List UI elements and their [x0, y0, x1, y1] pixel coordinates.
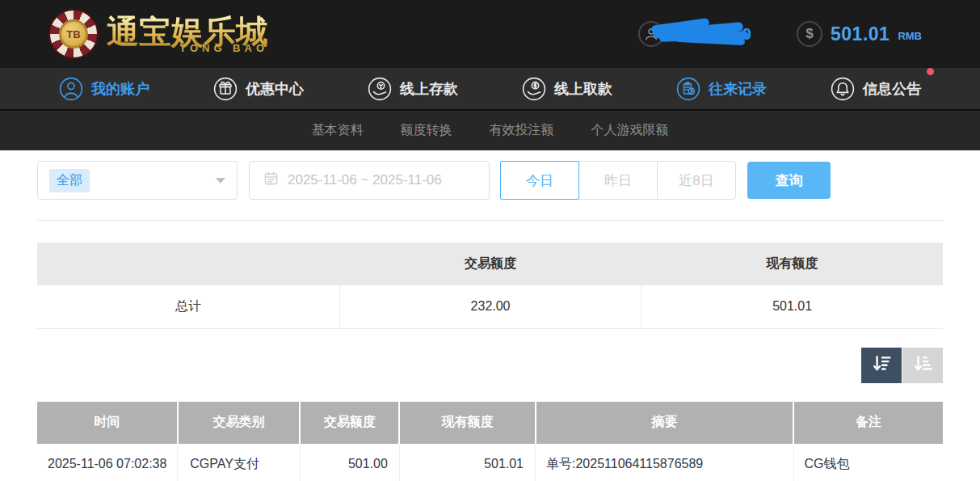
account-summary-area: 0 $ 501.01 RMB	[638, 21, 922, 47]
divider	[37, 220, 943, 221]
records-col-remark: 备注	[793, 402, 943, 444]
filter-bar: 全部 2025-11-06 ~ 2025-11-06 今日 昨日 近8日 查询	[37, 161, 943, 200]
summary-total-balance: 501.01	[641, 285, 943, 328]
nav-item-withdraw[interactable]: 线上取款	[522, 77, 612, 101]
account-subnav: 基本资料 额度转换 有效投注额 个人游戏限额	[0, 111, 980, 150]
subnav-item-basic-info[interactable]: 基本资料	[312, 122, 364, 139]
quick-range-today[interactable]: 今日	[500, 161, 579, 200]
summary-total-label: 总计	[37, 285, 339, 328]
subnav-item-valid-bets[interactable]: 有效投注额	[490, 122, 554, 139]
gift-icon	[213, 77, 238, 101]
site-logo[interactable]: TB 通宝娱乐城 TONG BAO	[48, 9, 268, 59]
username-display[interactable]: 0	[638, 21, 751, 47]
sort-descending-button[interactable]	[861, 348, 902, 383]
summary-header-row: 交易额度 现有额度	[37, 243, 943, 285]
bell-icon	[831, 77, 855, 101]
nav-item-transaction-records[interactable]: 往来记录	[676, 77, 767, 101]
subnav-item-game-limits[interactable]: 个人游戏限额	[591, 122, 669, 139]
records-table: 时间 交易类别 交易额度 现有额度 摘要 备注 2025-11-06 07:02…	[37, 402, 943, 481]
subnav-item-credit-transfer[interactable]: 额度转换	[401, 122, 452, 139]
transaction-type-select[interactable]: 全部	[37, 161, 238, 200]
date-range-value: 2025-11-06 ~ 2025-11-06	[288, 172, 442, 188]
records-col-time: 时间	[37, 402, 178, 444]
records-col-type: 交易类别	[178, 402, 300, 444]
summary-total-row: 总计 232.00 501.01	[37, 285, 943, 328]
deposit-icon	[368, 77, 392, 101]
selected-type-tag: 全部	[49, 169, 90, 192]
notification-dot	[927, 68, 934, 75]
records-icon	[676, 77, 700, 101]
sort-controls	[37, 348, 943, 383]
chevron-down-icon	[216, 178, 225, 184]
nav-item-promotions[interactable]: 优惠中心	[213, 77, 304, 101]
records-col-amount: 交易额度	[300, 402, 399, 444]
records-col-summary: 摘要	[536, 402, 793, 444]
record-balance: 501.01	[399, 444, 535, 481]
sort-descending-icon	[871, 353, 892, 377]
site-subtitle: TONG BAO	[107, 43, 268, 53]
records-header-row: 时间 交易类别 交易额度 现有额度 摘要 备注	[37, 402, 943, 444]
user-icon	[59, 77, 83, 101]
balance-amount: 501.01	[831, 23, 890, 45]
main-navigation: 我的账户 优惠中心 线上存款	[0, 68, 980, 111]
balance-display[interactable]: $ 501.01 RMB	[797, 21, 922, 47]
top-bar: TB 通宝娱乐城 TONG BAO 0 $ 501.01 RMB	[0, 0, 980, 68]
withdraw-icon	[522, 77, 546, 101]
sort-ascending-icon	[912, 353, 933, 377]
chip-label: TB	[59, 19, 88, 49]
summary-total-transaction: 232.00	[339, 285, 641, 328]
quick-range-yesterday[interactable]: 昨日	[578, 161, 658, 200]
balance-currency: RMB	[898, 30, 922, 42]
nav-item-my-account[interactable]: 我的账户	[59, 77, 149, 101]
quick-range-group: 今日 昨日 近8日	[500, 161, 736, 200]
record-summary: 单号:202511064115876589	[536, 444, 793, 481]
username-redaction-scribble	[653, 22, 748, 46]
date-range-input[interactable]: 2025-11-06 ~ 2025-11-06	[249, 161, 490, 200]
dollar-circle-icon: $	[797, 21, 822, 47]
summary-col-transaction-amount: 交易额度	[339, 243, 641, 285]
casino-chip-icon: TB	[48, 9, 99, 59]
record-time: 2025-11-06 07:02:38	[37, 444, 178, 481]
main-content: 全部 2025-11-06 ~ 2025-11-06 今日 昨日 近8日 查询	[0, 161, 980, 481]
nav-item-announcements[interactable]: 信息公告	[831, 77, 921, 101]
summary-table: 交易额度 现有额度 总计 232.00 501.01	[37, 243, 943, 329]
records-col-balance: 现有额度	[399, 402, 535, 444]
table-row: 2025-11-06 07:02:38 CGPAY支付 501.00 501.0…	[37, 444, 943, 481]
record-amount: 501.00	[300, 444, 399, 481]
nav-item-deposit[interactable]: 线上存款	[368, 77, 458, 101]
record-remark: CG钱包	[793, 444, 943, 481]
search-button[interactable]: 查询	[747, 162, 831, 199]
summary-col-empty	[37, 243, 339, 285]
record-type: CGPAY支付	[178, 444, 300, 481]
calendar-icon	[263, 171, 279, 190]
summary-col-current-balance: 现有额度	[641, 243, 943, 285]
quick-range-last8days[interactable]: 近8日	[657, 161, 736, 200]
sort-ascending-button[interactable]	[902, 348, 943, 383]
